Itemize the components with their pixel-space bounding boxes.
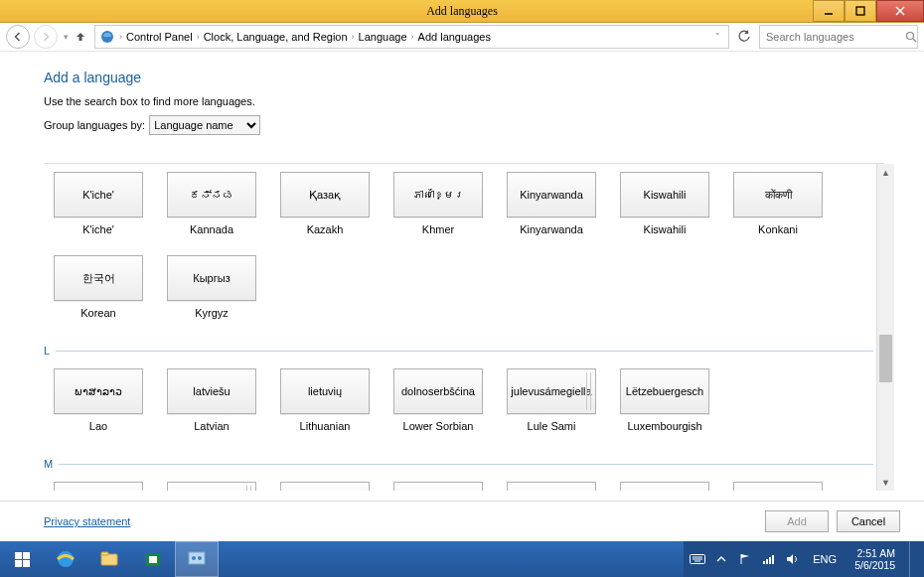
scroll-thumb[interactable] [879,335,892,382]
language-item[interactable]: LëtzebuergeschLuxembourgish [620,368,709,432]
language-tile[interactable]: ភាសាខ្មែរ [393,172,483,217]
language-tile[interactable]: Malti [393,482,483,491]
breadcrumb-seg-1[interactable]: Clock, Language, and Region [204,31,348,43]
nav-back-button[interactable] [6,25,30,49]
tray-volume-icon[interactable] [785,551,801,567]
language-tile[interactable]: latviešu [167,368,256,414]
cancel-button[interactable]: Cancel [837,510,900,532]
language-tile[interactable]: julevusámegiella [507,368,596,414]
breadcrumb-seg-0[interactable]: Control Panel [126,31,193,43]
language-tile[interactable]: മലയാളം [280,482,370,491]
language-tile[interactable]: ພາສາລາວ [54,368,143,414]
navbar: ▾ › Control Panel › Clock, Language, and… [0,23,924,52]
language-item[interactable]: ພາສາລາວLao [54,368,143,432]
language-item[interactable]: lietuviųLithuanian [280,368,370,432]
scroll-down-button[interactable]: ▼ [877,474,894,491]
scroll-track[interactable] [877,181,894,474]
language-item[interactable]: KiswahiliKiswahili [620,172,709,235]
tray-language[interactable]: ENG [809,553,841,565]
vertical-scrollbar[interactable]: ▲ ▼ [876,164,894,491]
maximize-button[interactable] [845,0,876,22]
language-item[interactable]: MapudungunMapudungun [620,482,709,491]
section-letter: L [44,345,56,357]
language-tile[interactable]: ಕನ್ನಡ [167,172,256,217]
language-item[interactable]: Bahasa MelayuMalay [167,482,256,491]
section-header[interactable]: L˄ [44,345,884,357]
language-item[interactable]: македонски јазикMacedonian [54,482,143,491]
add-button[interactable]: Add [765,510,829,532]
minimize-button[interactable] [813,0,845,22]
show-desktop-button[interactable] [909,541,918,577]
svg-rect-12 [189,552,205,564]
language-label: Kiswahili [644,223,687,235]
tray-clock[interactable]: 2:51 AM 5/6/2015 [848,547,901,571]
language-tile[interactable]: Kiswahili [620,172,709,217]
language-list-viewport: K'iche'K'iche'ಕನ್ನಡKannadaҚазақKazakhភាស… [44,163,884,491]
language-item[interactable]: ಕನ್ನಡKannada [167,172,256,235]
language-tile[interactable]: कोंकणी [733,172,823,217]
language-item[interactable]: ҚазақKazakh [280,172,370,235]
svg-point-5 [907,33,914,40]
language-item[interactable]: Reo MāoriMaori [507,482,596,491]
language-item[interactable]: dolnoserbšćinaLower Sorbian [393,368,483,432]
chevron-right-icon: › [411,32,414,42]
language-label: K'iche' [82,223,114,235]
language-item[interactable]: KinyarwandaKinyarwanda [507,172,596,235]
language-tile[interactable]: Reo Māori [507,482,596,491]
start-button[interactable] [0,541,44,577]
tray-flag-icon[interactable] [737,551,753,567]
privacy-link[interactable]: Privacy statement [44,515,130,527]
breadcrumb-seg-2[interactable]: Language [359,31,407,43]
language-item[interactable]: julevusámegiellaLule Sami [507,368,596,432]
language-tile[interactable]: Mapudungun [620,482,709,491]
tray-date: 5/6/2015 [854,559,895,571]
breadcrumb-dropdown[interactable]: ˅ [711,32,724,42]
taskbar-explorer[interactable] [87,541,131,577]
taskbar-ie[interactable] [44,541,87,577]
language-tile[interactable]: Қазақ [280,172,370,217]
window-root: Add languages ▾ › Control Panel › Clock,… [0,0,924,577]
nav-up-button[interactable] [75,31,90,43]
language-tile[interactable]: lietuvių [280,368,370,414]
dialog-footer: Privacy statement Add Cancel [0,501,924,541]
language-tile[interactable]: Lëtzebuergesch [620,368,709,414]
search-box[interactable] [759,25,918,49]
language-item[interactable]: മലയാളംMalayalam [280,482,370,491]
language-item[interactable]: मराठीMarathi [733,482,823,491]
breadcrumb-seg-3[interactable]: Add languages [418,31,491,43]
svg-point-14 [198,556,202,560]
language-tile[interactable]: Kinyarwanda [507,172,596,217]
tray-chevron-up-icon[interactable] [713,551,729,567]
language-tile[interactable]: मराठी [733,482,823,491]
language-tile[interactable]: Bahasa Melayu [167,482,256,491]
taskbar-store[interactable] [131,541,175,577]
language-tile[interactable]: македонски јазик [54,482,143,491]
language-item[interactable]: latviešuLatvian [167,368,256,432]
search-icon[interactable] [905,31,917,43]
language-item[interactable]: ភាសាខ្មែរKhmer [393,172,483,235]
language-item[interactable]: КыргызKyrgyz [167,255,256,319]
search-input[interactable] [764,30,905,44]
scroll-up-button[interactable]: ▲ [877,164,894,181]
language-tile[interactable]: K'iche' [54,172,143,217]
language-item[interactable]: कोंकणीKonkani [733,172,823,235]
language-item[interactable]: MaltiMaltese [393,482,483,491]
close-button[interactable] [876,0,924,22]
taskbar-control-panel[interactable] [175,541,219,577]
nav-recent-dropdown[interactable]: ▾ [62,32,71,42]
group-by-select[interactable]: Language name [149,115,260,135]
chevron-right-icon: › [197,32,200,42]
group-by-row: Group languages by: Language name [44,115,904,135]
language-tile[interactable]: 한국어 [54,255,143,301]
refresh-button[interactable] [733,26,755,48]
language-tile[interactable]: dolnoserbšćina [393,368,483,414]
language-item[interactable]: K'iche'K'iche' [54,172,143,235]
section-divider [59,464,873,465]
language-tile[interactable]: Кыргыз [167,255,256,301]
nav-forward-button[interactable] [34,25,58,49]
breadcrumb-bar[interactable]: › Control Panel › Clock, Language, and R… [94,25,729,49]
language-item[interactable]: 한국어Korean [54,255,143,319]
section-header[interactable]: M˄ [44,458,884,470]
tray-network-icon[interactable] [761,551,777,567]
tray-keyboard-icon[interactable] [690,551,705,567]
